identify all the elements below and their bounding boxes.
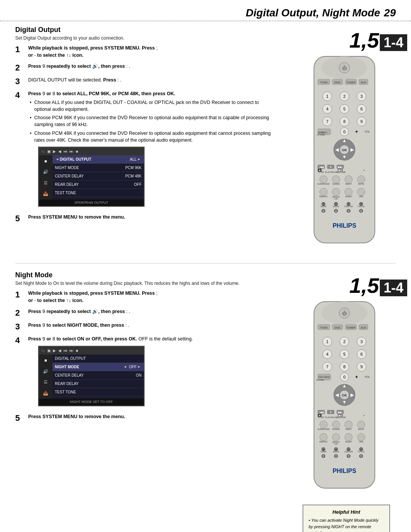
do-bullet-3: Choose PCM 48K if you connected the DVD … [30, 130, 274, 144]
svg-text:1: 1 [326, 339, 328, 344]
svg-text:▼: ▼ [330, 166, 332, 168]
do-bullet-1: Choose ALL if you used the DIGITAL OUT -… [30, 99, 274, 113]
helpful-hint-text: • You can activate Night Mode quickly by… [309, 517, 384, 532]
nm-menu-content: DIGITAL OUTPUT NIGHT MODE ◄ OFF ► CENTER… [53, 355, 144, 399]
do-menu-label-2: NIGHT MODE [55, 165, 124, 171]
do-step-1-content: While playback is stopped, press SYSTEM … [28, 45, 274, 59]
svg-text:▶: ▶ [350, 392, 354, 398]
svg-text:⊖: ⊖ [359, 208, 363, 214]
svg-point-62 [357, 176, 365, 183]
nm-step-badges: 1,5 1-4 [349, 275, 407, 296]
svg-text:DIM: DIM [359, 441, 363, 443]
svg-text:8: 8 [343, 119, 346, 124]
do-menu-value-1: ALL [130, 157, 137, 162]
nm-badge-14: 1-4 [380, 280, 407, 296]
do-menu-content: ◄ DIGITAL OUTPUT ALL ► NIGHT MODE PCM 96… [53, 155, 144, 200]
svg-point-155 [320, 433, 327, 441]
nm-step-3-number: 3 [15, 322, 25, 332]
svg-text:A-B: A-B [335, 443, 338, 445]
svg-text:8: 8 [343, 364, 346, 369]
svg-text:0: 0 [343, 129, 346, 134]
svg-text:◀: ◀ [335, 147, 339, 152]
nm-sidebar-icon-3: ☰ [43, 378, 49, 387]
nm-menu-label-3: CENTER DELAY [55, 372, 134, 378]
svg-text:⊕: ⊕ [359, 446, 363, 452]
do-menu-value-2: PCM 96K [125, 165, 142, 171]
svg-text:REPEAT: REPEAT [319, 441, 328, 443]
nm-sidebar-icon-4: 📥 [42, 389, 49, 398]
svg-text:▶: ▶ [350, 147, 354, 152]
svg-point-149 [345, 421, 352, 428]
nm-remote: ⏻ TV/AV DISC TUNER AUX 1 2 3 4 5 [306, 298, 386, 497]
svg-text:+: + [355, 129, 358, 134]
svg-text:VOL: VOL [365, 130, 370, 133]
svg-text:⏻: ⏻ [342, 66, 347, 71]
do-step-3-number: 3 [15, 77, 25, 86]
do-step-3: 3 DIGITAL OUTPUT will be selected. Press… [15, 77, 274, 86]
remote-svg-top: ⏻ TV/AV DISC TUNER AUX 1 2 3 4 [306, 53, 382, 251]
do-step-badges: 1,5 1-4 [349, 30, 407, 51]
nm-menu-row-2: NIGHT MODE ◄ OFF ► [53, 363, 144, 371]
night-mode-subtitle: Set Night Mode to On to level the volume… [15, 281, 274, 286]
nm-menu-value-2: OFF [129, 364, 137, 370]
svg-text:REPEAT: REPEAT [319, 195, 328, 198]
svg-text:6: 6 [360, 352, 363, 356]
do-bullet-2: Choose PCM 96K if you connected the DVD … [30, 114, 274, 128]
do-sidebar-icon-2: 🔊 [42, 168, 49, 176]
svg-text:⊖: ⊖ [334, 453, 338, 459]
do-step-2-number: 2 [15, 63, 25, 73]
nm-step-5: 5 Press SYSTEM MENU to remove the menu. [15, 413, 274, 423]
svg-point-156 [332, 433, 340, 441]
svg-point-69 [345, 188, 352, 196]
svg-text:DIM: DIM [359, 195, 363, 198]
svg-text:|◀◀: |◀◀ [319, 411, 324, 414]
digital-output-remote-col: 1,5 1-4 ⏻ TV/AV DISC TUNER AUX [282, 26, 411, 252]
svg-text:+: + [355, 374, 358, 380]
nm-menu-footer: NIGHT MODE SET TO OFF [39, 399, 144, 406]
do-remote: ⏻ TV/AV DISC TUNER AUX 1 2 3 4 [306, 53, 386, 252]
do-step-2: 2 Press 9 repeatedly to select 🔊, then p… [15, 63, 274, 73]
svg-text:TV/AV: TV/AV [320, 81, 328, 84]
svg-text:▶▶|: ▶▶| [338, 166, 342, 169]
do-menu-screen: ↑↓ ▣ ▶ ◀ ⏮ ⏭ ■ ■ 🔊 ☰ 📥 [38, 147, 145, 207]
svg-text:6: 6 [360, 107, 363, 111]
do-menu-label-5: TEST TONE [55, 190, 142, 196]
remote-svg-bottom: ⏻ TV/AV DISC TUNER AUX 1 2 3 4 5 [306, 298, 382, 496]
nm-step-3-content: Press 9 to select NIGHT MODE, then press… [28, 322, 274, 329]
do-step-4-number: 4 [15, 90, 25, 100]
svg-text:PLAY/PAUSE: PLAY/PAUSE [325, 171, 338, 173]
do-step-5-content: Press SYSTEM MENU to remove the menu. [28, 214, 274, 221]
svg-text:▼: ▼ [330, 411, 332, 414]
svg-text:⊖: ⊖ [321, 453, 326, 459]
do-step-5: 5 Press SYSTEM MENU to remove the menu. [15, 214, 274, 224]
digital-output-subtitle: Set Digital Output according to your aud… [15, 35, 274, 41]
do-menu-row-2: NIGHT MODE PCM 96K [53, 164, 144, 172]
svg-text:⏻: ⏻ [342, 311, 347, 316]
svg-text:5: 5 [343, 352, 346, 356]
do-step-4-bullets: Choose ALL if you used the DIGITAL OUT -… [28, 99, 274, 144]
nm-step-5-number: 5 [15, 413, 25, 423]
svg-text:TV/AV: TV/AV [320, 326, 328, 329]
svg-text:DISC: DISC [335, 326, 341, 329]
svg-text:DISC: DISC [335, 81, 341, 84]
svg-text:⊕: ⊕ [321, 446, 326, 452]
helpful-hint-title: Helpful Hint [309, 509, 384, 515]
nm-menu-label-2: NIGHT MODE [55, 364, 123, 370]
svg-text:⊕: ⊕ [321, 201, 326, 207]
svg-text:▶II: ▶II [339, 414, 342, 417]
nm-menu-label-5: TEST TONE [55, 389, 142, 395]
nm-step-5-content: Press SYSTEM MENU to remove the menu. [28, 413, 274, 420]
do-menu-row-4: REAR DELAY OFF [53, 181, 144, 189]
nm-step-2-content: Press 9 repeatedly to select 🔊, then pre… [28, 308, 274, 315]
nm-menu-row-1: DIGITAL OUTPUT [53, 355, 144, 363]
svg-text:2: 2 [343, 94, 346, 99]
svg-text:▼: ▼ [342, 399, 347, 405]
page-number: 29 [384, 7, 396, 19]
digital-output-content: Digital Output Set Digital Output accord… [15, 26, 282, 252]
svg-text:NIGHT: NIGHT [345, 183, 352, 185]
svg-text:SURROUND: SURROUND [317, 428, 330, 430]
svg-text:PLAY/PAUSE: PLAY/PAUSE [325, 416, 338, 419]
nm-menu-label-1: DIGITAL OUTPUT [55, 356, 142, 361]
do-menu-body: ■ 🔊 ☰ 📥 ◄ DIGITAL OUTPUT ALL ► [39, 155, 144, 200]
svg-point-158 [357, 433, 365, 441]
